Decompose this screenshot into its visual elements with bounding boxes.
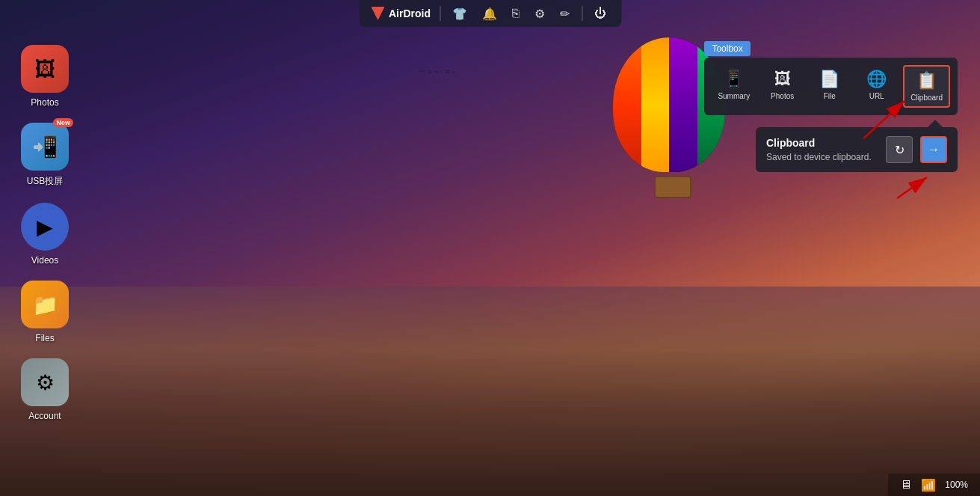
toolbox-label: Toolbox (704, 41, 750, 56)
refresh-icon: ↻ (895, 143, 905, 157)
tool-photos[interactable]: 🖼 Photos (762, 65, 803, 108)
logo-icon (371, 7, 384, 20)
shirt-icon[interactable]: 👕 (449, 4, 470, 24)
clipboard-popup-title: Clipboard (766, 137, 878, 149)
url-label: URL (869, 92, 884, 100)
clipboard-popup-subtitle: Saved to device clipboard. (766, 152, 878, 162)
power-icon[interactable]: ⏻ (591, 4, 609, 23)
popup-arrow (928, 120, 943, 127)
pencil-icon[interactable]: ✏ (557, 4, 573, 24)
popup-content: Clipboard Saved to device clipboard. (766, 137, 878, 162)
clipboard-tool-icon: 📋 (916, 71, 937, 91)
summary-label: Summary (718, 92, 750, 100)
sidebar-item-usb[interactable]: 📲 New USB投屏 (21, 123, 69, 188)
sidebar-item-photos[interactable]: 🖼 Photos (21, 45, 69, 108)
usb-label: USB投屏 (27, 175, 64, 188)
top-toolbar: AirDroid 👕 🔔 ⎘ ⚙ ✏ ⏻ (359, 0, 621, 27)
videos-icon: ▶ (21, 203, 69, 251)
clipboard-label: Clipboard (910, 94, 943, 102)
tool-file[interactable]: 📄 File (809, 65, 850, 108)
url-icon: 🌐 (866, 70, 887, 89)
files-icon: 📁 (21, 281, 69, 328)
sidebar-item-videos[interactable]: ▶ Videos (21, 203, 69, 266)
tool-summary[interactable]: 📱 Summary (712, 65, 756, 108)
new-badge: New (53, 118, 73, 127)
toolbar-divider (440, 6, 440, 21)
tool-clipboard[interactable]: 📋 Clipboard (903, 65, 950, 108)
videos-label: Videos (31, 255, 58, 266)
monitor-icon: 🖥 (900, 478, 912, 492)
clipboard-popup-wrapper: Clipboard Saved to device clipboard. ↻ → (756, 120, 958, 172)
toolbar-divider-2 (582, 6, 582, 21)
photos-tool-label: Photos (771, 92, 794, 100)
clipboard-toolbar-icon[interactable]: ⎘ (509, 4, 523, 23)
sidebar-item-account[interactable]: ⚙ Account (21, 358, 69, 421)
wifi-icon: 📶 (921, 478, 936, 492)
photos-tool-icon: 🖼 (774, 70, 791, 89)
clipboard-refresh-button[interactable]: ↻ (886, 136, 913, 163)
photos-label: Photos (31, 97, 58, 108)
toolbox-container: Toolbox 📱 Summary 🖼 Photos 📄 File 🌐 URL … (704, 41, 958, 115)
account-label: Account (28, 411, 61, 421)
bell-icon[interactable]: 🔔 (479, 4, 500, 24)
app-name: AirDroid (389, 7, 431, 19)
tool-url[interactable]: 🌐 URL (856, 65, 897, 108)
bottom-status-bar: 🖥 📶 100% (888, 474, 980, 496)
files-label: Files (35, 333, 54, 343)
send-icon: → (928, 143, 940, 156)
summary-icon: 📱 (724, 70, 744, 89)
gear-icon[interactable]: ⚙ (531, 4, 548, 24)
clipboard-popup: Clipboard Saved to device clipboard. ↻ → (756, 127, 958, 172)
file-icon: 📄 (819, 70, 839, 89)
water-reflection (0, 287, 980, 496)
file-label: File (824, 92, 836, 100)
battery-text: 100% (945, 480, 968, 490)
app-logo: AirDroid (371, 7, 431, 20)
photos-icon: 🖼 (21, 45, 69, 93)
usb-icon: 📲 (21, 123, 69, 171)
toolbox-panel: 📱 Summary 🖼 Photos 📄 File 🌐 URL 📋 Clipbo… (704, 58, 958, 115)
account-icon: ⚙ (21, 358, 69, 406)
left-sidebar: 🖼 Photos 📲 New USB投屏 ▶ Videos 📁 Files ⚙ … (0, 0, 90, 496)
clipboard-send-button[interactable]: → (920, 136, 947, 163)
sidebar-item-files[interactable]: 📁 Files (21, 281, 69, 343)
birds-silhouette: 〰 ≋ ∿ ∼ ≈ ∼ (419, 67, 455, 76)
